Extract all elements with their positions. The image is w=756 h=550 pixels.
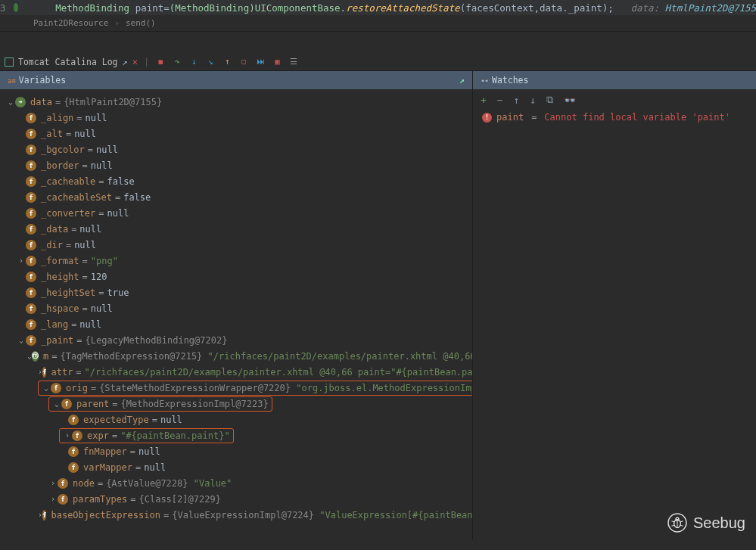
var-name[interactable]: _hspace: [41, 303, 79, 314]
chevron-down-icon[interactable]: ⌄: [6, 98, 15, 106]
watch-item[interactable]: ! paint = Cannot find local variable 'pa…: [473, 110, 756, 124]
tree-row[interactable]: f_heightSet=true: [14, 284, 472, 300]
step-out-icon[interactable]: ↑: [222, 57, 232, 67]
field-icon: f: [42, 510, 46, 520]
variables-tree[interactable]: ⌄ ➜ data = {HtmlPaint2D@7155} f_align=nu…: [0, 89, 472, 540]
popout-icon[interactable]: ↗: [459, 75, 465, 85]
var-name[interactable]: _format: [41, 256, 79, 266]
crumb-class[interactable]: Paint2DResource: [33, 18, 108, 28]
field-icon: f: [51, 383, 61, 393]
highlighted-node[interactable]: ⌄ f parent = {MethodExpressionImpl@7223}: [48, 396, 272, 412]
watches-toolbar: + − ↑ ↓ ⧉ 👓: [473, 89, 756, 110]
field-icon: f: [26, 303, 36, 314]
field-icon: f: [26, 160, 36, 171]
field-icon: f: [26, 224, 36, 235]
tree-row[interactable]: f_cacheableSet=false: [14, 189, 472, 205]
field-icon: f: [26, 208, 36, 219]
field-icon: f: [26, 144, 36, 155]
settings-icon[interactable]: ☰: [288, 57, 299, 67]
var-name[interactable]: _alt: [41, 129, 63, 139]
var-name[interactable]: attr: [51, 367, 73, 378]
chevron-right-icon: ›: [114, 18, 120, 28]
view-breakpoints-icon[interactable]: ▣: [272, 57, 282, 67]
watches-panel-header: 👓Watches: [473, 71, 756, 89]
step-into-icon[interactable]: ↘: [205, 57, 216, 67]
var-name[interactable]: m: [43, 351, 48, 362]
field-icon: f: [26, 335, 36, 346]
chevron-right-icon[interactable]: ›: [17, 256, 26, 265]
var-name[interactable]: expectedType: [83, 415, 149, 425]
var-name[interactable]: _align: [41, 113, 73, 123]
tree-row[interactable]: f_height=120: [14, 269, 472, 284]
field-icon: f: [26, 176, 36, 187]
tree-row[interactable]: f_alt=null: [14, 126, 472, 141]
tree-row[interactable]: f_border=null: [14, 157, 472, 173]
var-name[interactable]: varMapper: [83, 462, 132, 473]
var-name[interactable]: node: [73, 478, 95, 489]
add-watch-icon[interactable]: +: [481, 95, 487, 106]
editor-line: 3 MethodBinding paint = (MethodBinding) …: [0, 0, 756, 15]
var-name[interactable]: _data: [41, 224, 68, 235]
var-name[interactable]: _height: [41, 272, 79, 282]
var-name[interactable]: _border: [41, 160, 79, 171]
var-name[interactable]: fnMapper: [83, 446, 127, 457]
debug-tab-bar: Tomcat Catalina Log ↗ × | ◼ ↷ ↓ ↘ ↑ ◻ ⏭ …: [0, 53, 756, 71]
chevron-down-icon[interactable]: ⌄: [17, 336, 26, 344]
breadcrumb: Paint2DResource › send(): [0, 15, 756, 32]
object-icon: ➜: [15, 97, 26, 107]
up-icon[interactable]: ↑: [514, 95, 520, 106]
highlighted-node[interactable]: › f expr = "#{paintBean.paint}": [59, 428, 234, 443]
var-name[interactable]: baseObjectExpression: [51, 510, 160, 520]
tree-row[interactable]: f_cacheable=false: [14, 173, 472, 189]
var-name[interactable]: _bgcolor: [41, 144, 85, 155]
watermark: Seebug: [667, 513, 745, 533]
glasses-icon[interactable]: 👓: [564, 95, 576, 106]
var-name[interactable]: _heightSet: [41, 287, 95, 298]
tree-row[interactable]: f_dir=null: [14, 237, 472, 253]
evaluate-icon[interactable]: ◻: [238, 57, 249, 67]
step-over-icon[interactable]: ↓: [188, 57, 199, 67]
resume-icon[interactable]: ↷: [172, 57, 182, 67]
tomcat-icon: [5, 57, 14, 67]
debug-tab[interactable]: Tomcat Catalina Log ↗ ×: [5, 57, 138, 67]
copy-icon[interactable]: ⧉: [546, 94, 553, 106]
tree-row[interactable]: f_converter=null: [14, 205, 472, 221]
highlighted-node[interactable]: ⌄ f orig = {StateMethodExpressionWrapper…: [38, 381, 472, 396]
field-icon: f: [26, 256, 36, 266]
chevron-down-icon[interactable]: ⌄: [52, 399, 61, 408]
field-icon: f: [68, 462, 79, 473]
field-icon: f: [26, 113, 36, 123]
chevron-right-icon[interactable]: ›: [48, 495, 58, 503]
field-icon: f: [68, 446, 79, 457]
field-icon: f: [26, 319, 36, 330]
run-to-cursor-icon[interactable]: ⏭: [255, 57, 266, 67]
var-name[interactable]: _lang: [41, 319, 68, 330]
crumb-method[interactable]: send(): [126, 18, 156, 28]
var-name[interactable]: _dir: [41, 240, 63, 250]
chevron-right-icon[interactable]: ›: [48, 479, 58, 487]
line-number: 3: [0, 2, 9, 14]
close-icon[interactable]: ×: [132, 57, 138, 67]
tree-row[interactable]: f_lang=null: [14, 316, 472, 332]
stop-icon[interactable]: ◼: [155, 57, 166, 67]
var-name[interactable]: data: [30, 97, 52, 107]
tree-row[interactable]: ›f_format="png": [14, 253, 472, 269]
popout-icon[interactable]: ↗: [123, 57, 128, 67]
tree-row[interactable]: f_bgcolor=null: [14, 141, 472, 157]
var-name[interactable]: _cacheableSet: [41, 192, 112, 203]
chevron-down-icon[interactable]: ⌄: [42, 384, 51, 392]
field-icon: f: [42, 367, 46, 378]
var-name[interactable]: paramTypes: [73, 494, 127, 505]
tree-row[interactable]: f_data=null: [14, 221, 472, 237]
chevron-right-icon[interactable]: ›: [63, 431, 72, 440]
var-name[interactable]: _converter: [41, 208, 95, 219]
tree-row[interactable]: f_hspace=null: [14, 300, 472, 316]
field-icon: f: [61, 399, 72, 409]
remove-watch-icon[interactable]: −: [497, 95, 503, 106]
tree-row[interactable]: f_align=null: [14, 110, 472, 126]
var-name[interactable]: _cacheable: [41, 176, 95, 187]
field-icon: f: [26, 272, 36, 282]
down-icon[interactable]: ↓: [530, 95, 536, 106]
var-name[interactable]: _paint: [41, 335, 73, 346]
breakpoint-icon[interactable]: [14, 3, 18, 12]
